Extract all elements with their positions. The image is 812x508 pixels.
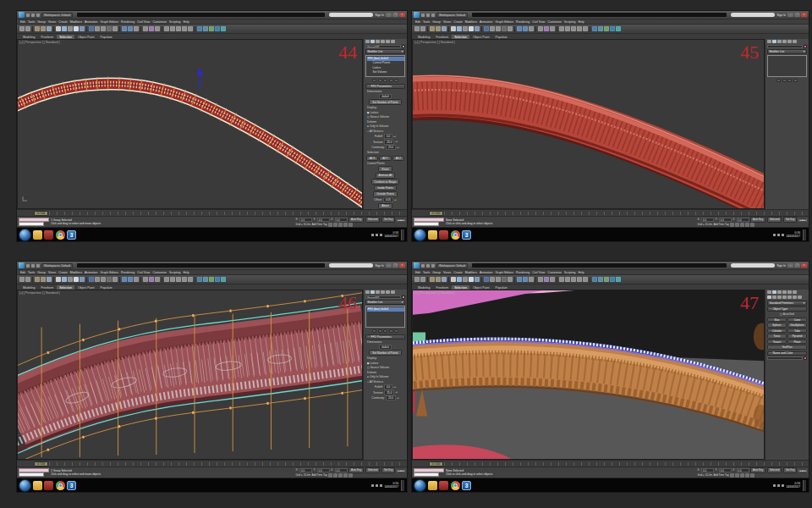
toggle-scene-explorer-icon[interactable] [164, 277, 169, 282]
z-field[interactable]: 0.0 [737, 218, 749, 222]
auto-key-button[interactable]: Auto Key [750, 217, 765, 222]
motion-tab-icon[interactable] [381, 40, 385, 44]
select-by-name-icon[interactable] [463, 26, 468, 31]
time-slider-handle[interactable]: 0 / 100 [34, 461, 48, 467]
menu-help[interactable]: Help [579, 271, 584, 274]
checkbox-source-volume[interactable]: ◻ Source Volume [365, 115, 405, 119]
material-editor-icon[interactable] [592, 26, 597, 31]
show-end-result-icon[interactable] [378, 329, 382, 334]
box-button[interactable]: Box [767, 318, 787, 323]
maxscript-mini-listener[interactable] [19, 467, 49, 478]
bind-spacewarp-icon[interactable] [442, 26, 447, 31]
menu-scripting[interactable]: Scripting [169, 271, 181, 274]
bind-spacewarp-icon[interactable] [442, 277, 447, 282]
make-unique-icon[interactable] [383, 79, 387, 83]
tray-network-icon[interactable] [371, 484, 374, 487]
layer-manager-icon[interactable] [170, 277, 175, 282]
add-time-tag[interactable]: Add Time Tag [714, 473, 729, 477]
playback-control[interactable]: ▶| [804, 469, 807, 472]
tray-notification-icon[interactable] [782, 234, 784, 236]
file-explorer-icon[interactable] [33, 230, 42, 240]
ref-coord-dropdown[interactable] [107, 277, 112, 282]
redo-quick-icon[interactable] [36, 264, 40, 268]
y-field[interactable]: 0.0 [317, 468, 330, 472]
menu-modifiers[interactable]: Modifiers [465, 20, 477, 24]
select-scale-icon[interactable] [496, 277, 501, 282]
playback-control[interactable]: ▶| [403, 469, 405, 472]
minimize-button[interactable]: – [386, 13, 392, 17]
select-move-icon[interactable] [89, 277, 94, 282]
redo-icon[interactable] [25, 26, 30, 31]
modify-tab-icon[interactable] [772, 40, 776, 44]
rendered-frame-icon[interactable] [604, 26, 609, 31]
time-slider[interactable]: 0 / 100 [17, 460, 407, 467]
render-iterative-icon[interactable] [616, 277, 621, 282]
select-region-icon[interactable] [74, 26, 79, 31]
reset-button[interactable]: Reset [378, 166, 392, 172]
z-field[interactable]: 0.0 [737, 468, 749, 472]
angle-snap-icon[interactable] [128, 277, 133, 282]
percent-snap-icon[interactable] [134, 26, 139, 31]
menu-create[interactable]: Create [453, 271, 463, 274]
spinner-continuity-[interactable]: Continuity:25.0▴▾ [365, 395, 405, 400]
configure-stack-icon[interactable] [394, 79, 398, 83]
menu-graph-editors[interactable]: Graph Editors [496, 271, 514, 274]
menu-civil-view[interactable]: Civil View [532, 20, 545, 24]
utilities-tab-icon[interactable] [793, 290, 797, 295]
pin-stack-icon[interactable] [776, 79, 781, 83]
viewport-label[interactable]: [+] [ Perspective ] [ Standard ] [414, 41, 454, 44]
undo-icon[interactable] [414, 277, 420, 282]
toggle-scene-explorer-icon[interactable] [559, 277, 564, 282]
sphere-button[interactable]: Sphere [767, 323, 787, 328]
render-production-icon[interactable] [215, 277, 220, 282]
3dsmax-app-icon[interactable] [414, 12, 420, 18]
select-object-icon[interactable] [457, 26, 462, 31]
maxscript-pink-line[interactable] [414, 468, 444, 472]
conform-to-shape-button[interactable]: Conform to Shape [371, 179, 400, 185]
plane-button[interactable]: Plane [787, 340, 807, 345]
set-key-button[interactable]: Set Key [783, 217, 798, 222]
show-end-result-icon[interactable] [378, 79, 382, 83]
undo-icon[interactable] [19, 26, 25, 31]
search-input[interactable] [329, 263, 373, 268]
geosphere-button[interactable]: GeoSphere [787, 323, 807, 328]
mirror-icon[interactable] [149, 26, 154, 31]
menu-views[interactable]: Views [443, 271, 451, 274]
selected-dropdown[interactable]: Selected [767, 467, 782, 472]
window-crossing-icon[interactable] [475, 26, 480, 31]
spacewarps-category-icon[interactable] [793, 295, 797, 300]
material-editor-icon[interactable] [197, 277, 202, 282]
select-move-icon[interactable] [89, 26, 94, 31]
taskbar-clock[interactable]: 0:16 14/04/2017 [384, 231, 398, 238]
undo-icon[interactable] [19, 277, 25, 282]
menu-animation[interactable]: Animation [85, 20, 98, 24]
make-unique-icon[interactable] [787, 79, 792, 83]
menu-views[interactable]: Views [48, 20, 56, 24]
tray-volume-icon[interactable] [777, 484, 780, 487]
menu-edit[interactable]: Edit [415, 271, 420, 274]
percent-snap-icon[interactable] [529, 26, 534, 31]
select-link-icon[interactable] [430, 26, 435, 31]
z-field[interactable]: 0.0 [335, 468, 348, 472]
menu-graph-editors[interactable]: Graph Editors [101, 20, 119, 24]
y-field[interactable]: 0.0 [719, 218, 732, 222]
time-slider-handle[interactable]: 0 / 100 [429, 461, 443, 467]
taskbar-clock[interactable]: 0:16 14/04/2017 [786, 482, 800, 489]
render-setup-icon[interactable] [203, 26, 208, 31]
3dsmax-app-icon[interactable] [414, 262, 420, 268]
signin-button[interactable]: Sign In [776, 264, 786, 268]
viewport[interactable]: [+] [ Perspective ] [ Standard ] 44 [17, 39, 363, 209]
start-button[interactable] [19, 229, 30, 240]
viewport[interactable]: [+] [ Perspective ] [ Standard ] 45 [412, 39, 765, 209]
undo-quick-icon[interactable] [31, 14, 35, 17]
schematic-view-icon[interactable] [188, 26, 193, 31]
mirror-icon[interactable] [149, 277, 154, 282]
menu-edit[interactable]: Edit [415, 20, 420, 24]
snap-toggle-icon[interactable] [122, 277, 127, 282]
select-by-name-icon[interactable] [68, 26, 73, 31]
menu-tools[interactable]: Tools [423, 271, 430, 274]
select-link-icon[interactable] [35, 277, 40, 282]
show-desktop-button[interactable] [401, 480, 404, 491]
auto-key-button[interactable]: Auto Key [750, 467, 765, 472]
maxscript-white-line[interactable] [414, 222, 439, 226]
